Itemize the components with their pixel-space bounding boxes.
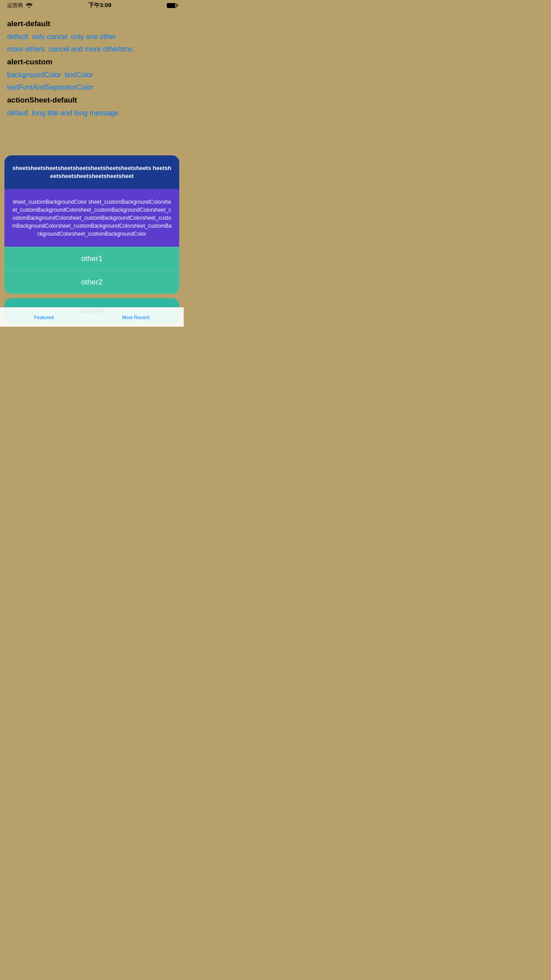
sheet-container: sheetsheetsheetsheetsheetsheetsheetsheet… <box>4 155 179 294</box>
tab-featured[interactable]: Featured <box>34 315 54 320</box>
sheet-button-other2[interactable]: other2 <box>4 270 179 294</box>
sheet-title-text: sheetsheetsheetsheetsheetsheetsheetsheet… <box>12 164 172 180</box>
sheet-button-other1[interactable]: other1 <box>4 247 179 270</box>
tab-most-recent[interactable]: Most Recent <box>122 315 150 320</box>
sheet-body-text: sheet_customBackgroundColor sheet_custom… <box>12 198 172 238</box>
sheet-overlay: sheetsheetsheetsheetsheetsheetsheetsheet… <box>0 0 184 327</box>
tab-bar: Featured Most Recent <box>0 307 184 327</box>
sheet-body-area: sheet_customBackgroundColor sheet_custom… <box>4 189 179 247</box>
sheet-title-area: sheetsheetsheetsheetsheetsheetsheetsheet… <box>4 155 179 189</box>
